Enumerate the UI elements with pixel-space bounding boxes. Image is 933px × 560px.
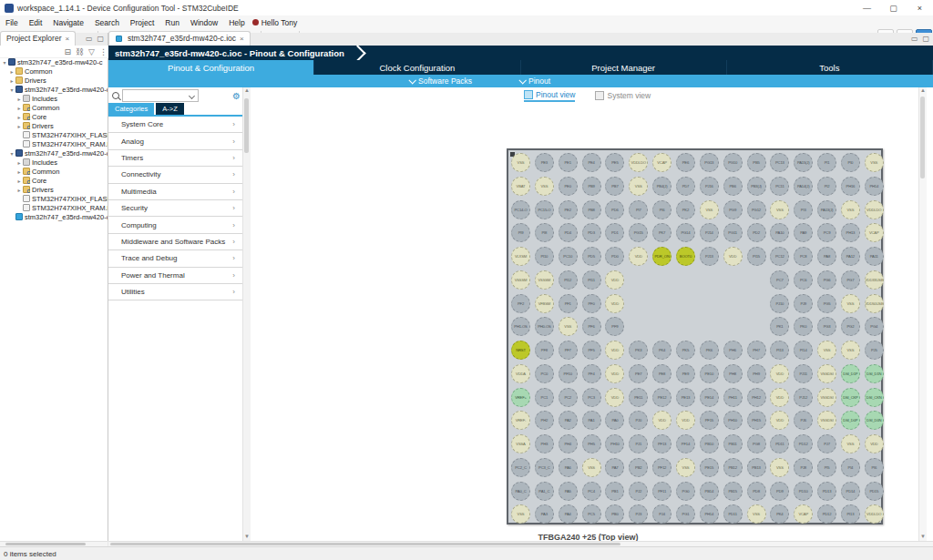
close-icon[interactable]: ×	[65, 35, 69, 43]
pin-PA1_C[interactable]: PA1_C	[535, 482, 554, 501]
pin-PG7[interactable]: PG7	[841, 270, 860, 290]
pin-PB4(J)[interactable]: PB4(J)	[652, 177, 672, 196]
pin-VDD[interactable]: VDD	[865, 434, 884, 453]
tab-clock-configuration[interactable]: Clock Configuration	[314, 60, 520, 75]
tree-item[interactable]: ▸Drivers	[0, 185, 108, 194]
filter-icon[interactable]: ▽	[88, 47, 95, 56]
pin-VDD[interactable]: VDD	[605, 364, 624, 383]
expander-icon[interactable]: ▾	[2, 59, 7, 66]
tree-item[interactable]: ▾stm32h747_e35rd-mw420-c	[0, 57, 108, 66]
tree-item[interactable]: stm32h747_e35rd-mw420-c.ioc	[0, 212, 108, 221]
pin-PK3[interactable]: PK3	[629, 341, 648, 360]
category-security[interactable]: Security›	[108, 200, 242, 217]
pin-DSI_CKP[interactable]: DSI_CKP	[841, 388, 860, 407]
pin-PF13[interactable]: PF13	[652, 434, 672, 453]
pin-PF1[interactable]: PF1	[559, 294, 578, 313]
pin-VSS[interactable]: VSS	[865, 153, 884, 172]
pin-VLXSM[interactable]: VLXSM	[511, 247, 530, 266]
pin-PE4[interactable]: PE4	[582, 153, 601, 172]
pin-VDDLDO[interactable]: VDDLDO	[865, 200, 884, 219]
pin-DSI_D0N[interactable]: DSI_D0N	[865, 411, 884, 430]
pin-VSS[interactable]: VSS	[770, 200, 789, 219]
pin-PA1[interactable]: PA1	[582, 411, 601, 430]
pin-VSS[interactable]: VSS	[841, 294, 860, 313]
tree-item[interactable]: ▸Core	[0, 176, 108, 185]
category-utilities[interactable]: Utilities›	[108, 284, 242, 300]
pin-PF7[interactable]: PF7	[559, 341, 578, 360]
category-power-and-thermal[interactable]: Power and Thermal›	[108, 268, 242, 284]
pin-PB9[interactable]: PB9	[582, 177, 601, 196]
pin-VSS[interactable]: VSS	[770, 458, 789, 477]
pin-PH6[interactable]: PH6	[723, 341, 743, 360]
pin-PDR_ON[interactable]: PDR_ON	[652, 247, 672, 266]
pin-PE2[interactable]: PE2	[559, 200, 578, 219]
pin-PJ8[interactable]: PJ8	[794, 458, 813, 477]
pin-VSS[interactable]: VSS	[841, 200, 860, 219]
pin-PJ3[interactable]: PJ3	[629, 504, 648, 524]
pin-PB13[interactable]: PB13	[747, 458, 766, 477]
pin-VDD[interactable]: VDD	[605, 388, 624, 407]
pin-PH13[interactable]: PH13	[841, 223, 860, 242]
pin-PD2[interactable]: PD2	[747, 223, 766, 242]
pin-PC6[interactable]: PC6	[794, 270, 813, 290]
pin-VSSDSI[interactable]: VSSDSI	[817, 364, 836, 383]
pin-VCAP[interactable]: VCAP	[794, 504, 813, 524]
pin-PH12[interactable]: PH12	[747, 388, 766, 407]
pin-PG12[interactable]: PG12	[747, 200, 766, 219]
pin-PD6[interactable]: PD6	[605, 200, 624, 219]
pin-PG15[interactable]: PG15	[629, 223, 648, 242]
category-multimedia[interactable]: Multimedia›	[108, 184, 242, 200]
pin-PA7[interactable]: PA7	[605, 458, 624, 477]
pin-PD0[interactable]: PD0	[605, 247, 624, 266]
tab-project-manager[interactable]: Project Manager	[521, 60, 727, 75]
ip-search-input[interactable]	[122, 89, 199, 102]
pin-PD14[interactable]: PD14	[841, 482, 860, 501]
menu-file[interactable]: File	[0, 18, 24, 27]
pin-PI5[interactable]: PI5	[817, 458, 836, 477]
tree-item[interactable]: ▸Drivers	[0, 76, 108, 85]
pin-PB2[interactable]: PB2	[629, 458, 648, 477]
pin-PJ9[interactable]: PJ9	[794, 294, 813, 313]
pin-PE8[interactable]: PE8	[652, 364, 672, 383]
pin-PF8[interactable]: PF8	[535, 341, 554, 360]
tree-item[interactable]: ▸Common	[0, 167, 108, 176]
pin-VDD[interactable]: VDD	[770, 411, 789, 430]
pin-VDD[interactable]: VDD	[629, 247, 648, 266]
pin-PJ16[interactable]: PJ16	[700, 177, 719, 196]
pin-PE0[interactable]: PE0	[559, 177, 578, 196]
pin-PC3[interactable]: PC3	[582, 388, 601, 407]
pin-PK2[interactable]: PK2	[676, 200, 695, 219]
pin-PA2[interactable]: PA2	[559, 411, 578, 430]
pin-PE7[interactable]: PE7	[629, 364, 648, 383]
pin-VDD[interactable]: VDD	[652, 411, 672, 430]
pin-PI7[interactable]: PI7	[629, 200, 648, 219]
expander-icon[interactable]: ▸	[16, 123, 22, 129]
tree-item[interactable]: ▸Includes	[0, 94, 108, 103]
pin-PI10[interactable]: PI10	[535, 247, 554, 266]
tree-item[interactable]: STM32H747XIHX_FLASH.ld	[0, 130, 108, 139]
pin-VDDLDO[interactable]: VDDLDO	[629, 153, 648, 172]
pin-PG14[interactable]: PG14	[676, 223, 695, 242]
pin-VREF+[interactable]: VREF+	[511, 388, 530, 407]
pin-PI14[interactable]: PI14	[794, 341, 813, 360]
pin-PH7[interactable]: PH7	[747, 341, 766, 360]
menu-edit[interactable]: Edit	[24, 18, 48, 27]
expander-icon[interactable]: ▸	[16, 178, 22, 184]
expander-icon[interactable]: ▸	[16, 96, 22, 102]
pin-VSS[interactable]: VSS	[841, 341, 860, 360]
pin-PE12[interactable]: PE12	[652, 388, 672, 407]
tab-a-to-z[interactable]: A->Z	[156, 103, 183, 115]
pin-PA12[interactable]: PA12	[841, 247, 860, 266]
pin-PJ14[interactable]: PJ14	[700, 223, 719, 242]
pin-PA15(J)[interactable]: PA15(J)	[794, 153, 813, 172]
pin-VSS[interactable]: VSS	[582, 458, 601, 477]
pin-PJ13[interactable]: PJ13	[700, 247, 719, 266]
expander-icon[interactable]: ▾	[9, 150, 15, 157]
pin-VDD33USB[interactable]: VDD33USB	[865, 270, 884, 290]
pin-PJ7[interactable]: PJ7	[817, 434, 836, 453]
pin-VSSDSI[interactable]: VSSDSI	[817, 388, 836, 407]
pin-PE10[interactable]: PE10	[700, 364, 719, 383]
pin-PI13[interactable]: PI13	[841, 504, 860, 524]
pin-VDD[interactable]: VDD	[605, 270, 624, 290]
minimize-view-icon[interactable]: ▭	[86, 35, 93, 43]
